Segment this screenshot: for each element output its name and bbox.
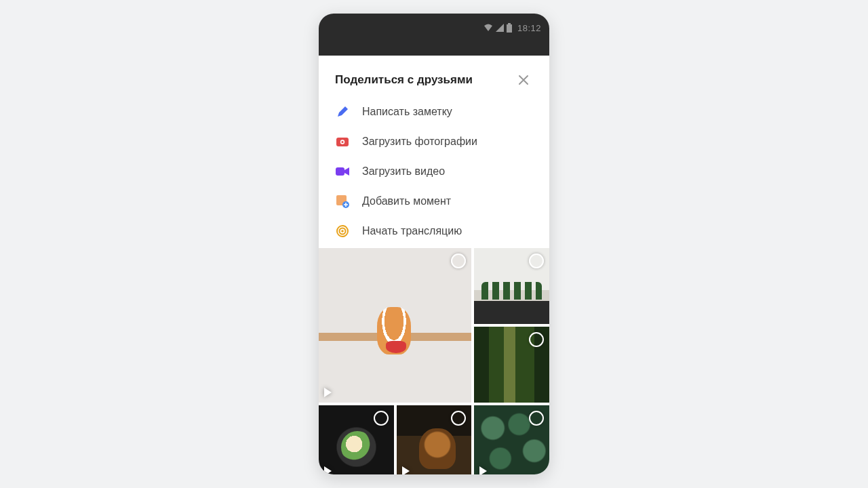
action-label: Начать трансляцию: [362, 225, 462, 237]
gallery-tile[interactable]: [474, 405, 549, 474]
broadcast-icon: [335, 224, 350, 239]
pencil-icon: [335, 104, 350, 119]
gallery-tile[interactable]: [474, 327, 549, 403]
gallery-tile[interactable]: [319, 248, 471, 403]
close-icon: [518, 75, 529, 85]
camera-icon: [335, 134, 350, 149]
svg-rect-0: [508, 23, 511, 24]
play-icon: [324, 466, 332, 474]
gallery-tile[interactable]: [397, 405, 472, 474]
svg-point-4: [341, 141, 343, 143]
app-header-dim: [319, 42, 549, 56]
select-toggle[interactable]: [529, 253, 544, 268]
action-label: Загрузить фотографии: [362, 136, 477, 148]
sheet-header: Поделиться с друзьями: [335, 70, 533, 89]
signal-icon: [496, 24, 504, 32]
svg-rect-1: [507, 24, 512, 33]
action-label: Добавить момент: [362, 195, 451, 207]
action-add-moment[interactable]: Добавить момент: [335, 194, 533, 209]
sheet-title: Поделиться с друзьями: [335, 73, 473, 87]
video-icon: [335, 164, 350, 179]
svg-point-10: [341, 230, 344, 232]
select-toggle[interactable]: [529, 332, 544, 347]
status-bar: 18:12: [319, 14, 549, 42]
gallery-grid: [319, 248, 549, 474]
select-toggle[interactable]: [451, 253, 466, 268]
gallery-tile[interactable]: [474, 248, 549, 324]
svg-rect-5: [336, 167, 344, 176]
status-time: 18:12: [517, 23, 541, 33]
moment-icon: [335, 194, 350, 209]
action-label: Загрузить видео: [362, 165, 445, 178]
play-icon: [479, 466, 487, 474]
action-write-note[interactable]: Написать заметку: [335, 104, 533, 119]
share-sheet: Поделиться с друзьями Написать заметку З…: [319, 56, 549, 248]
action-start-stream[interactable]: Начать трансляцию: [335, 224, 533, 239]
action-label: Написать заметку: [362, 106, 452, 118]
select-toggle[interactable]: [374, 411, 389, 426]
action-upload-photos[interactable]: Загрузить фотографии: [335, 134, 533, 149]
select-toggle[interactable]: [451, 411, 466, 426]
battery-icon: [507, 23, 512, 33]
action-upload-video[interactable]: Загрузить видео: [335, 164, 533, 179]
action-menu: Написать заметку Загрузить фотографии За…: [335, 104, 533, 239]
close-button[interactable]: [514, 70, 533, 89]
play-icon: [324, 388, 332, 397]
phone-frame: 18:12 Поделиться с друзьями Написать зам…: [319, 14, 549, 474]
select-toggle[interactable]: [529, 411, 544, 426]
play-icon: [402, 466, 410, 474]
gallery-tile[interactable]: [319, 405, 394, 474]
wifi-icon: [484, 24, 493, 32]
